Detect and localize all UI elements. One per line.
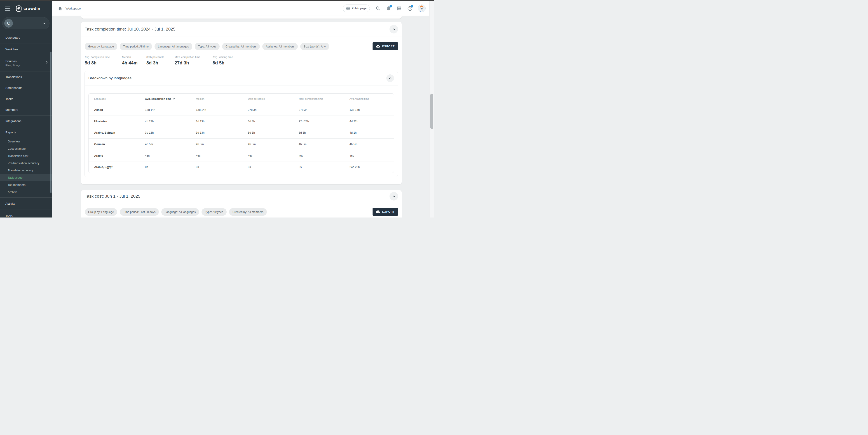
sidebar-item-dashboard[interactable]: Dashboard	[0, 32, 52, 43]
sidebar-item-reports[interactable]: Reports	[0, 127, 52, 138]
sidebar-item-activity[interactable]: Activity	[0, 198, 52, 210]
sidebar-item-top-members[interactable]: Top members	[0, 181, 52, 188]
stat-max-completion: 27d 3h	[175, 60, 213, 65]
table-row: Acholi 13d 14h 13d 14h 27d 3h 27d 3h 13d…	[89, 104, 394, 116]
search-icon[interactable]	[375, 6, 380, 11]
notifications-bell-icon[interactable]	[386, 6, 391, 11]
column-avg-completion-time[interactable]: Avg. completion time	[140, 97, 190, 100]
previous-card-edge	[81, 16, 402, 19]
browser-top-strip	[0, 0, 434, 1]
column-avg-waiting-time[interactable]: Avg. waiting time	[344, 97, 394, 100]
task-cost-card: Task cost: Jun 1 - Jul 1, 2025 Group by:…	[81, 190, 402, 218]
sidebar-item-workflow[interactable]: Workflow	[0, 44, 52, 55]
stat-avg-completion: 5d 8h	[85, 60, 122, 65]
svg-text:?: ?	[409, 7, 410, 10]
sidebar-item-translations[interactable]: Translations	[0, 71, 52, 83]
sources-subtitle: Files, Strings	[5, 64, 20, 67]
caret-down-icon	[43, 23, 45, 24]
workspace-avatar: C	[4, 19, 13, 28]
sidebar-item-tasks[interactable]: Tasks	[0, 93, 52, 105]
table-row: Ukrainian 4d 23h 1d 13h 3d 8h 22d 23h 4d…	[89, 116, 394, 127]
home-icon[interactable]	[58, 6, 62, 11]
collapse-task-completion-button[interactable]	[390, 25, 398, 33]
page-scrollbar-thumb[interactable]	[430, 94, 433, 129]
sidebar-item-pre-translation-accuracy[interactable]: Pre-translation accuracy	[0, 160, 52, 167]
table-row: Arabic, Bahrain 3d 13h 3d 13h 8d 3h 8d 3…	[89, 127, 394, 139]
cloud-download-icon	[376, 45, 380, 48]
breakdown-table: Language Avg. completion time Median 80t…	[88, 93, 394, 173]
export-button[interactable]: EXPORT	[373, 208, 398, 216]
task-completion-filters: Group by: Language Time period: All time…	[81, 43, 402, 50]
breadcrumb[interactable]: Workspace	[65, 7, 81, 10]
breakdown-panel: Breakdown by languages Language Avg. com…	[85, 71, 398, 177]
stat-median: 4h 44m	[122, 60, 146, 65]
sidebar-header: crowdin	[0, 1, 52, 16]
stat-avg-waiting: 8d 5h	[213, 60, 233, 65]
sidebar-item-translation-cost[interactable]: Translation cost	[0, 152, 52, 160]
filter-language[interactable]: Language: All languages	[155, 43, 192, 50]
filter-assignee[interactable]: Assignee: All members	[262, 43, 298, 50]
help-icon[interactable]: ?	[407, 6, 412, 11]
collapse-breakdown-button[interactable]	[386, 75, 394, 82]
stat-80th-percentile: 8d 3h	[146, 60, 175, 65]
crowdin-logo-icon	[16, 5, 22, 12]
public-page-button[interactable]: Public page	[343, 4, 370, 12]
table-header-row: Language Avg. completion time Median 80t…	[89, 94, 394, 104]
workspace-switcher[interactable]: C	[2, 17, 50, 29]
filter-size-words[interactable]: Size (words): Any	[300, 43, 329, 50]
sidebar: crowdin C Dashboard Workflow Sources Fil…	[0, 1, 52, 218]
task-completion-title: Task completion time: Jul 10, 2024 - Jul…	[85, 27, 175, 32]
filter-time-period[interactable]: Time period: Last 30 days	[120, 208, 159, 216]
task-cost-title: Task cost: Jun 1 - Jul 1, 2025	[85, 194, 140, 199]
table-row: German 4h 5m 4h 5m 4h 5m 4h 5m 4h 5m	[89, 139, 394, 150]
crowdin-logo[interactable]: crowdin	[16, 5, 40, 12]
sidebar-item-tools[interactable]: Tools	[0, 210, 52, 218]
filter-type[interactable]: Type: All types	[195, 43, 220, 50]
column-80th-percentile[interactable]: 80th percentile	[242, 97, 293, 100]
export-button[interactable]: EXPORT	[373, 42, 398, 50]
sidebar-item-task-usage[interactable]: Task usage	[0, 174, 52, 181]
topbar-actions: Public page ?	[343, 4, 426, 12]
user-avatar[interactable]	[418, 4, 426, 12]
sidebar-item-screenshots[interactable]: Screenshots	[0, 83, 52, 94]
sidebar-item-archive[interactable]: Archive	[0, 188, 52, 196]
crowdin-logo-text: crowdin	[24, 6, 40, 11]
sidebar-item-overview[interactable]: Overview	[0, 138, 52, 145]
breakdown-title: Breakdown by languages	[88, 76, 131, 81]
sidebar-nav: Dashboard Workflow Sources Files, String…	[0, 32, 52, 218]
globe-icon	[346, 6, 350, 10]
sidebar-item-sources[interactable]: Sources Files, Strings	[0, 55, 52, 71]
column-max-completion-time[interactable]: Max. completion time	[293, 97, 344, 100]
filter-group-by[interactable]: Group by: Language	[85, 43, 117, 50]
filter-time-period[interactable]: Time period: All time	[120, 43, 152, 50]
cloud-download-icon	[376, 210, 380, 213]
help-badge	[411, 5, 413, 7]
column-language[interactable]: Language	[89, 97, 140, 100]
notification-badge	[390, 5, 392, 7]
collapse-task-cost-button[interactable]	[390, 192, 398, 201]
chevron-right-icon	[45, 61, 48, 64]
filter-created-by[interactable]: Created by: All members	[222, 43, 260, 50]
menu-toggle-icon[interactable]	[5, 6, 10, 11]
column-median[interactable]: Median	[190, 97, 242, 100]
sidebar-item-members[interactable]: Members	[0, 105, 52, 116]
filter-group-by[interactable]: Group by: Language	[85, 208, 117, 216]
sidebar-item-cost-estimate[interactable]: Cost estimate	[0, 145, 52, 152]
main-content: Task completion time: Jul 10, 2024 - Jul…	[52, 16, 429, 218]
sidebar-scrollbar[interactable]	[51, 52, 52, 193]
reports-submenu: Overview Cost estimate Translation cost …	[0, 138, 52, 197]
filter-type[interactable]: Type: All types	[202, 208, 226, 216]
sidebar-item-translator-accuracy[interactable]: Translator accuracy	[0, 167, 52, 174]
table-row: Arabic, Egypt 0s 0s 0s 0s 24d 23h	[89, 162, 394, 173]
task-completion-card: Task completion time: Jul 10, 2024 - Jul…	[81, 22, 402, 184]
filter-created-by[interactable]: Created by: All members	[229, 208, 267, 216]
sidebar-item-integrations[interactable]: Integrations	[0, 116, 52, 126]
table-row: Arabic 46s 46s 46s 46s 46s	[89, 150, 394, 162]
page-scrollbar[interactable]	[429, 1, 434, 218]
messages-icon[interactable]	[397, 6, 402, 11]
task-cost-filters: Group by: Language Time period: Last 30 …	[81, 208, 402, 216]
filter-language[interactable]: Language: All languages	[161, 208, 199, 216]
sort-asc-icon	[173, 97, 175, 100]
topbar: Workspace Public page ?	[52, 1, 429, 16]
task-completion-stats: Avg. completion time5d 8h Median4h 44m 8…	[81, 56, 402, 65]
